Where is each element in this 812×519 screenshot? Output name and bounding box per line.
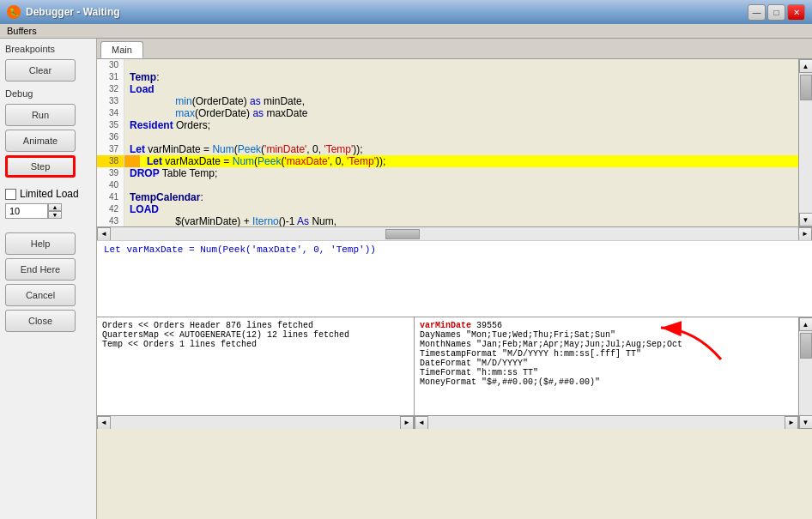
app-icon: 🐛 — [7, 5, 21, 19]
code-line-34: 34 max(OrderDate) as maxDate — [97, 107, 798, 119]
animate-button[interactable]: Animate — [5, 130, 76, 152]
tab-main[interactable]: Main — [100, 41, 143, 58]
title-bar: 🐛 Debugger - Waiting — □ ✕ — [0, 0, 812, 24]
var-line-varMinDate: varMinDate 39556 — [420, 321, 793, 330]
vars-hscroll-track — [428, 416, 785, 429]
log-line-1: Orders << Orders Header 876 lines fetche… — [102, 321, 409, 330]
vars-hscroll-right[interactable]: ► — [785, 416, 798, 430]
spinner-up[interactable]: ▲ — [48, 203, 62, 211]
log-line-3: Temp << Orders 1 lines fetched — [102, 340, 409, 349]
log-hscroll-right[interactable]: ► — [400, 416, 414, 430]
left-panel: Breakpoints Clear Debug Run Animate Step… — [0, 39, 97, 519]
code-line-30: 30 — [97, 59, 798, 71]
var-name-varMinDate: varMinDate — [420, 321, 471, 330]
code-horizontal-scrollbar[interactable]: ◄ ► — [97, 226, 812, 240]
right-panel: Main 30 31 Temp: — [97, 39, 812, 519]
code-line-41: 41 TempCalendar: — [97, 191, 798, 203]
main-window: 🐛 Debugger - Waiting — □ ✕ Buffers Break… — [0, 0, 812, 519]
vars-hscroll-left[interactable]: ◄ — [415, 416, 428, 430]
vars-scroll-down[interactable]: ▼ — [799, 415, 813, 429]
vars-scroll-track — [799, 331, 812, 415]
breakpoints-label: Breakpoints — [5, 44, 91, 54]
code-line-35: 35 Resident Orders; — [97, 119, 798, 131]
expression-text: Let varMaxDate = Num(Peek('maxDate', 0, … — [104, 244, 376, 255]
spinner-arrows: ▲ ▼ — [48, 203, 62, 219]
code-line-33: 33 min(OrderDate) as minDate, — [97, 95, 798, 107]
vars-horizontal-scrollbar[interactable]: ◄ ► — [415, 415, 798, 429]
step-button[interactable]: Step — [5, 155, 76, 178]
code-line-38: 38 Let varMaxDate = Num(Peek('maxDate', … — [97, 155, 798, 167]
red-arrow — [652, 321, 730, 364]
maximize-button[interactable]: □ — [767, 4, 785, 21]
log-content[interactable]: Orders << Orders Header 876 lines fetche… — [97, 317, 414, 415]
vars-scroll-thumb[interactable] — [800, 333, 812, 359]
breakpoints-section: Breakpoints Clear — [5, 44, 91, 81]
code-line-43: 43 $(varMinDate) + Iterno()-1 As Num, — [97, 215, 798, 226]
vars-scroll-up[interactable]: ▲ — [799, 317, 813, 331]
var-line-DayNames: DayNames "Mon;Tue;Wed;Thu;Fri;Sat;Sun" — [420, 330, 793, 340]
var-line-MonthNames: MonthNames "Jan;Feb;Mar;Apr;May;Jun;Jul;… — [420, 340, 793, 349]
debug-label: Debug — [5, 88, 91, 99]
vars-scrollbars: ◄ ► — [415, 415, 798, 429]
help-button[interactable]: Help — [5, 232, 76, 255]
code-line-32: 32 Load — [97, 83, 798, 95]
debug-section: Debug Run Animate Step — [5, 88, 91, 178]
expression-area: Let varMaxDate = Num(Peek('maxDate', 0, … — [97, 240, 812, 317]
var-spacer: 39556 — [476, 321, 502, 330]
hscroll-thumb[interactable] — [385, 229, 420, 239]
title-buttons: — □ ✕ — [748, 4, 805, 21]
hscroll-track — [111, 227, 798, 240]
end-here-button[interactable]: End Here — [5, 258, 76, 281]
clear-button[interactable]: Clear — [5, 59, 76, 81]
code-vertical-scrollbar[interactable]: ▲ ▼ — [798, 59, 812, 226]
minimize-button[interactable]: — — [748, 4, 766, 21]
code-line-42: 42 LOAD — [97, 203, 798, 215]
limited-load-section: Limited Load ▲ ▼ — [5, 184, 91, 219]
code-line-40: 40 — [97, 179, 798, 191]
vars-content[interactable]: varMinDate 39556 DayNames "Mon;Tue;Wed;T… — [415, 317, 798, 415]
cancel-button[interactable]: Cancel — [5, 284, 76, 306]
code-area-wrapper: 30 31 Temp: 32 Load — [97, 59, 812, 226]
log-horizontal-scrollbar[interactable]: ◄ ► — [97, 415, 414, 429]
main-area: Breakpoints Clear Debug Run Animate Step… — [0, 39, 812, 519]
title-bar-left: 🐛 Debugger - Waiting — [7, 5, 120, 19]
var-line-TimeFormat: TimeFormat "h:mm:ss TT" — [420, 368, 793, 377]
vars-vertical-scrollbar[interactable]: ▲ ▼ — [798, 317, 812, 429]
hscroll-left-button[interactable]: ◄ — [97, 227, 111, 241]
bottom-section: Orders << Orders Header 876 lines fetche… — [97, 317, 812, 429]
scroll-up-button[interactable]: ▲ — [799, 59, 813, 73]
log-line-2: QuartersMap << AUTOGENERATE(12) 12 lines… — [102, 330, 409, 340]
scroll-down-button[interactable]: ▼ — [799, 213, 813, 226]
var-line-MoneyFormat: MoneyFormat "$#,##0.00;($#,##0.00)" — [420, 377, 793, 387]
log-panel: Orders << Orders Header 876 lines fetche… — [97, 317, 415, 429]
close-window-button[interactable]: ✕ — [787, 4, 805, 21]
spinner-down[interactable]: ▼ — [48, 211, 62, 219]
log-hscroll-track — [111, 416, 400, 429]
spinner-row: ▲ ▼ — [5, 203, 91, 219]
scroll-track — [799, 73, 812, 213]
code-line-39: 39 DROP Table Temp; — [97, 167, 798, 179]
window-title: Debugger - Waiting — [26, 6, 120, 18]
scroll-thumb[interactable] — [800, 75, 812, 100]
vars-panel: varMinDate 39556 DayNames "Mon;Tue;Wed;T… — [415, 317, 798, 429]
code-line-36: 36 — [97, 131, 798, 143]
limited-load-label: Limited Load — [20, 188, 79, 200]
action-buttons: Help End Here Cancel Close — [5, 232, 91, 332]
code-content: 30 31 Temp: 32 Load — [97, 59, 798, 226]
hscroll-right-button[interactable]: ► — [798, 227, 812, 241]
limited-load-row: Limited Load — [5, 188, 91, 200]
close-button[interactable]: Close — [5, 310, 76, 332]
limited-load-checkbox[interactable] — [5, 189, 16, 200]
var-line-TimestampFormat: TimestampFormat "M/D/YYYY h:mm:ss[.fff] … — [420, 349, 793, 359]
code-line-31: 31 Temp: — [97, 71, 798, 83]
tab-bar: Main — [97, 39, 812, 59]
var-line-DateFormat: DateFormat "M/D/YYYY" — [420, 359, 793, 368]
log-hscroll-left[interactable]: ◄ — [97, 416, 111, 430]
buffers-label: Buffers — [0, 24, 812, 39]
bottom-panels-row: Orders << Orders Header 876 lines fetche… — [97, 317, 812, 429]
spinner-input[interactable] — [5, 203, 48, 219]
code-lines-container[interactable]: 30 31 Temp: 32 Load — [97, 59, 798, 226]
run-button[interactable]: Run — [5, 104, 76, 126]
code-line-37: 37 Let varMinDate = Num(Peek('minDate', … — [97, 143, 798, 155]
